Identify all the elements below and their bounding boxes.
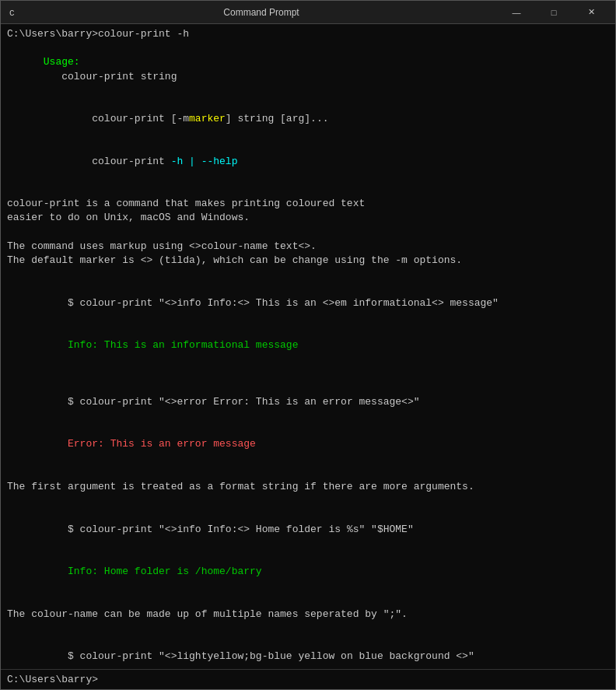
usage-line: Usage: colour-print string [7, 41, 609, 98]
status-prompt: C:\Users\barry> [7, 674, 98, 685]
status-bar: C:\Users\barry> [1, 669, 615, 689]
close-button[interactable]: ✕ [573, 1, 609, 24]
blank3 [7, 268, 609, 282]
blank8 [7, 622, 609, 636]
maximize-button[interactable]: □ [536, 1, 572, 24]
usage-cmd1: colour-print string [44, 71, 177, 82]
format-str: The first argument is treated as a forma… [7, 480, 609, 494]
ex1-out: Info: This is an informational message [7, 324, 609, 367]
blank6 [7, 494, 609, 508]
svg-text:C: C [9, 9, 15, 18]
usage-label: Usage: [44, 56, 80, 68]
titlebar: C Command Prompt — □ ✕ [1, 1, 615, 24]
usage-line3: colour-print -h | --help [7, 141, 609, 184]
blank7 [7, 594, 609, 608]
window-icon: C [7, 6, 19, 19]
blank1 [7, 183, 609, 197]
ex3-cmd: $ colour-print "<>info Info:<> Home fold… [7, 508, 609, 551]
ex1-cmd: $ colour-print "<>info Info:<> This is a… [7, 282, 609, 324]
blank4 [7, 367, 609, 381]
desc-line2: easier to do on Unix, macOS and Windows. [7, 211, 609, 225]
ex2-out: Error: This is an error message [7, 423, 609, 466]
window-controls: — □ ✕ [499, 1, 609, 24]
command-prompt-window: C Command Prompt — □ ✕ C:\Users\barry>co… [0, 0, 616, 690]
minimize-button[interactable]: — [499, 1, 534, 24]
multiple-desc: The colour-name can be made up of multip… [7, 608, 609, 622]
ex4-cmd: $ colour-print "<>lightyellow;bg-blue ye… [7, 636, 609, 669]
window-title: Command Prompt [24, 7, 499, 18]
blank5 [7, 466, 609, 480]
terminal-content[interactable]: C:\Users\barry>colour-print -h Usage: co… [1, 24, 615, 669]
ex3-out: Info: Home folder is /home/barry [7, 551, 609, 594]
markup-line2: The default marker is <> (tilda), which … [7, 254, 609, 268]
desc-line1: colour-print is a command that makes pri… [7, 197, 609, 211]
usage-line2: colour-print [-mmarker] string [arg]... [7, 98, 609, 141]
markup-line1: The command uses markup using <>colour-n… [7, 240, 609, 254]
ex2-cmd: $ colour-print "<>error Error: This is a… [7, 381, 609, 424]
cmd-line: C:\Users\barry>colour-print -h [7, 27, 609, 41]
blank2 [7, 226, 609, 240]
